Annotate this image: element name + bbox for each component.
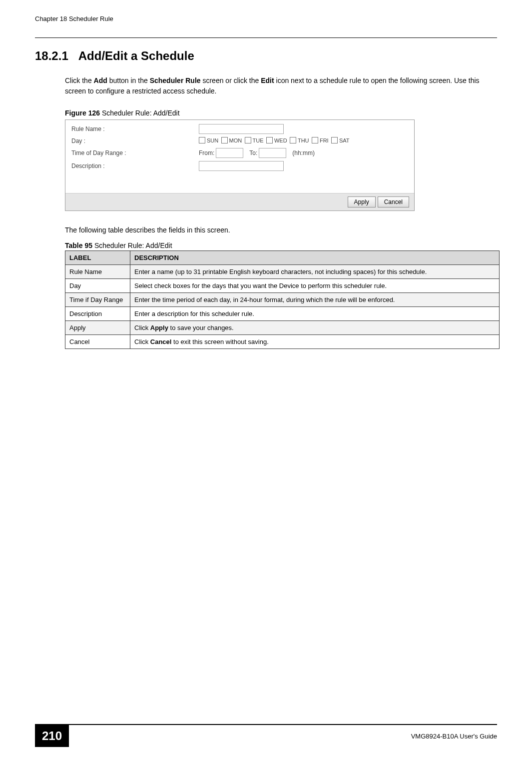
- intro-bold-add: Add: [94, 76, 107, 84]
- row-label: Time if Day Range: [65, 293, 130, 307]
- desc-post: to exit this screen without saving.: [171, 338, 268, 346]
- checkbox-icon: [312, 137, 318, 144]
- checkbox-mon[interactable]: MON: [221, 137, 242, 144]
- cancel-button[interactable]: Cancel: [378, 196, 409, 208]
- table-row: Time if Day Range Enter the time period …: [65, 293, 500, 307]
- intro-text-3: screen or click the: [201, 76, 261, 84]
- checkbox-thu[interactable]: THU: [290, 137, 309, 144]
- row-label: Day: [65, 279, 130, 293]
- chapter-header: Chapter 18 Scheduler Rule: [35, 15, 113, 22]
- row-desc: Enter the time period of each day, in 24…: [130, 293, 500, 307]
- day-fri: FRI: [320, 138, 329, 144]
- intro-bold-edit: Edit: [261, 76, 274, 84]
- desc-pre: Click: [134, 338, 150, 346]
- day-checkboxes: SUN MON TUE WED THU FRI SAT: [199, 137, 351, 145]
- table-caption-text: Scheduler Rule: Add/Edit: [92, 242, 172, 250]
- table-row: Cancel Click Cancel to exit this screen …: [65, 335, 500, 349]
- day-wed: WED: [274, 138, 287, 144]
- day-label: Day :: [71, 138, 199, 144]
- row-desc: Enter a name (up to 31 printable English…: [130, 265, 500, 279]
- day-sat: SAT: [339, 138, 350, 144]
- guide-name: VMG8924-B10A User's Guide: [69, 732, 497, 740]
- table-row: Description Enter a description for this…: [65, 307, 500, 321]
- checkbox-tue[interactable]: TUE: [245, 137, 264, 144]
- figure-container: Rule Name : Day : SUN MON TUE WED THU FR…: [65, 120, 415, 211]
- page-footer: 210 VMG8924-B10A User's Guide: [35, 724, 497, 747]
- from-input[interactable]: [216, 148, 243, 158]
- figure-caption-bold: Figure 126: [65, 109, 100, 117]
- row-label: Apply: [65, 321, 130, 335]
- figure-dialog: Rule Name : Day : SUN MON TUE WED THU FR…: [65, 120, 415, 211]
- checkbox-icon: [221, 137, 228, 144]
- intro-paragraph: Click the Add button in the Scheduler Ru…: [65, 76, 497, 96]
- desc-bold: Cancel: [150, 338, 172, 346]
- section-heading: 18.2.1Add/Edit a Schedule: [35, 49, 497, 63]
- checkbox-icon: [245, 137, 251, 144]
- time-row: From: To: (hh:mm): [199, 148, 315, 158]
- to-input[interactable]: [259, 148, 286, 158]
- figure-caption: Figure 126 Scheduler Rule: Add/Edit: [65, 109, 497, 117]
- desc-bold: Apply: [150, 324, 168, 332]
- rule-name-label: Rule Name :: [71, 126, 199, 132]
- checkbox-icon: [331, 137, 338, 144]
- row-label: Rule Name: [65, 265, 130, 279]
- row-desc: Select check boxes for the days that you…: [130, 279, 500, 293]
- description-table: LABEL DESCRIPTION Rule Name Enter a name…: [65, 250, 500, 349]
- intro-bold-scheduler: Scheduler Rule: [150, 76, 201, 84]
- desc-post: to save your changes.: [168, 324, 234, 332]
- day-tue: TUE: [253, 138, 264, 144]
- table-header-label: LABEL: [65, 251, 130, 265]
- row-desc: Enter a description for this scheduler r…: [130, 307, 500, 321]
- table-caption: Table 95 Scheduler Rule: Add/Edit: [65, 242, 497, 250]
- table-row: Rule Name Enter a name (up to 31 printab…: [65, 265, 500, 279]
- row-label: Description: [65, 307, 130, 321]
- table-row: Apply Click Apply to save your changes.: [65, 321, 500, 335]
- desc-pre: Click: [134, 324, 150, 332]
- time-range-label: Time of Day Range :: [71, 150, 199, 156]
- intro-text-2: button in the: [107, 76, 150, 84]
- hhmm-hint: (hh:mm): [292, 150, 315, 156]
- checkbox-icon: [199, 137, 205, 144]
- table-row: Day Select check boxes for the days that…: [65, 279, 500, 293]
- section-number: 18.2.1: [35, 49, 68, 62]
- dialog-button-bar: Apply Cancel: [65, 193, 414, 210]
- checkbox-wed[interactable]: WED: [266, 137, 287, 144]
- post-figure-text: The following table describes the fields…: [65, 226, 497, 234]
- day-thu: THU: [298, 138, 309, 144]
- checkbox-fri[interactable]: FRI: [312, 137, 329, 144]
- description-label: Description :: [71, 162, 199, 170]
- row-desc: Click Apply to save your changes.: [130, 321, 500, 335]
- to-label: To:: [249, 150, 257, 156]
- row-label: Cancel: [65, 335, 130, 349]
- header-divider: [35, 38, 497, 38]
- description-input[interactable]: [199, 161, 284, 171]
- page-number: 210: [35, 725, 69, 747]
- rule-name-input[interactable]: [199, 124, 284, 134]
- day-mon: MON: [229, 138, 242, 144]
- apply-button[interactable]: Apply: [348, 196, 376, 208]
- day-sun: SUN: [207, 138, 218, 144]
- table-header-description: DESCRIPTION: [130, 251, 500, 265]
- checkbox-icon: [290, 137, 296, 144]
- table-caption-bold: Table 95: [65, 242, 92, 250]
- figure-caption-text: Scheduler Rule: Add/Edit: [100, 109, 180, 117]
- from-label: From:: [199, 150, 214, 156]
- intro-text-1: Click the: [65, 76, 94, 84]
- section-title-text: Add/Edit a Schedule: [78, 49, 194, 62]
- checkbox-icon: [266, 137, 273, 144]
- checkbox-sat[interactable]: SAT: [331, 137, 350, 144]
- checkbox-sun[interactable]: SUN: [199, 137, 218, 144]
- row-desc: Click Cancel to exit this screen without…: [130, 335, 500, 349]
